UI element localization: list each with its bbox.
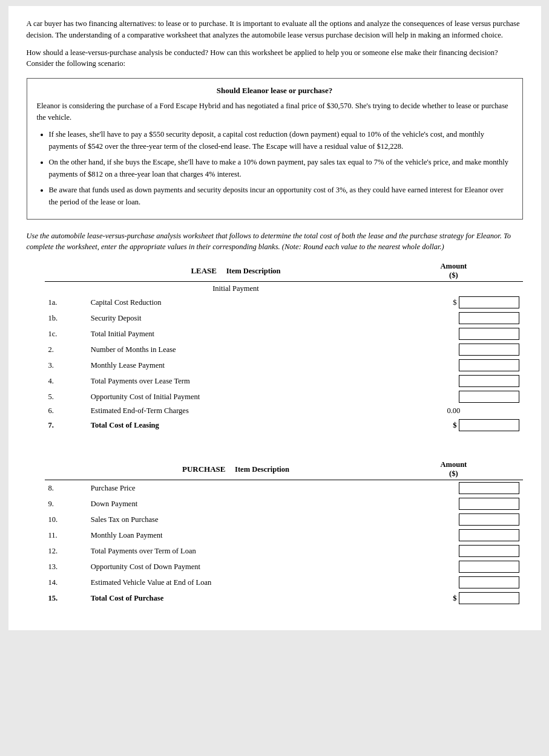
purchase-section: PURCHASE Item Description Amount ($) 8. … [45,458,523,606]
purchase-num-12: 12. [45,543,87,559]
lease-desc-1a: Capital Cost Reduction [87,295,385,310]
purchase-input-14[interactable] [459,576,519,588]
purchase-input-15[interactable] [459,592,519,604]
lease-num-5: 5. [45,389,87,405]
lease-row-4: 4. Total Payments over Lease Term [45,373,523,389]
purchase-num-11: 11. [45,527,87,543]
purchase-desc-15: Total Cost of Purchase [87,590,385,606]
lease-row-1a: 1a. Capital Cost Reduction $ [45,295,523,310]
lease-num-2: 2. [45,342,87,357]
lease-input-1c[interactable] [459,328,519,340]
lease-item-desc-label: Item Description [226,267,281,275]
lease-col-num-header [45,260,87,282]
lease-table: LEASE Item Description Amount ($) Initia [45,260,523,433]
instructions-text: Use the automobile lease-versus-purchase… [27,230,523,253]
purchase-input-8[interactable] [459,482,519,494]
lease-col-amount-header: Amount ($) [384,260,522,282]
lease-desc-6: Estimated End-of-Term Charges [87,405,385,417]
lease-amount-label: Amount [388,262,519,271]
page: A car buyer has two financing alternativ… [8,6,541,630]
lease-row-1b: 1b. Security Deposit [45,310,523,326]
bullet-3: Be aware that funds used as down payment… [49,184,513,208]
lease-num-4: 4. [45,373,87,389]
lease-amount-unit: ($) [388,271,519,280]
lease-desc-4: Total Payments over Lease Term [87,373,385,389]
lease-row-1c: 1c. Total Initial Payment [45,326,523,342]
purchase-row-9: 9. Down Payment [45,496,523,512]
purchase-row-15: 15. Total Cost of Purchase $ [45,590,523,606]
purchase-row-13: 13. Opportunity Cost of Down Payment [45,559,523,575]
purchase-input-10[interactable] [459,513,519,526]
purchase-desc-10: Sales Tax on Purchase [87,512,385,527]
purchase-item-desc-label: Item Description [235,465,289,474]
lease-num-3: 3. [45,357,87,373]
lease-input-4[interactable] [459,375,519,387]
dollar-7: $ [453,421,456,429]
purchase-section-label: PURCHASE [182,464,226,474]
purchase-desc-11: Monthly Loan Payment [87,527,385,543]
purchase-row-14: 14. Estimated Vehicle Value at End of Lo… [45,575,523,590]
lease-amount-7: $ [384,417,522,433]
dollar-15: $ [453,594,456,602]
lease-desc-2: Number of Months in Lease [87,342,385,357]
purchase-col-num-header [45,458,87,480]
bullet-2: On the other hand, if she buys the Escap… [49,156,513,180]
lease-section: LEASE Item Description Amount ($) Initia [45,260,523,433]
lease-desc-1b: Security Deposit [87,310,385,326]
lease-row-3: 3. Monthly Lease Payment [45,357,523,373]
lease-desc-7: Total Cost of Leasing [87,417,385,433]
scenario-box: Should Eleanor lease or purchase? Eleano… [27,78,523,220]
lease-row-7: 7. Total Cost of Leasing $ [45,417,523,433]
lease-row-2: 2. Number of Months in Lease [45,342,523,357]
lease-amount-2 [384,342,522,357]
purchase-amount-14 [384,575,522,590]
lease-row-6: 6. Estimated End-of-Term Charges 0.00 [45,405,523,417]
lease-num-1c: 1c. [45,326,87,342]
purchase-table-header: PURCHASE Item Description Amount ($) [45,458,523,480]
purchase-amount-label: Amount [388,460,519,469]
lease-input-1a[interactable] [459,296,519,308]
purchase-desc-12: Total Payments over Term of Loan [87,543,385,559]
scenario-title: Should Eleanor lease or purchase? [37,86,513,96]
lease-input-5[interactable] [459,391,519,403]
lease-amount-1a: $ [384,295,522,310]
dollar-1a: $ [453,298,456,307]
lease-amount-3 [384,357,522,373]
purchase-amount-13 [384,559,522,575]
lease-amount-1b [384,310,522,326]
lease-sub-amount [384,282,522,295]
purchase-row-12: 12. Total Payments over Term of Loan [45,543,523,559]
purchase-desc-9: Down Payment [87,496,385,512]
purchase-desc-8: Purchase Price [87,480,385,497]
lease-num-1a: 1a. [45,295,87,310]
purchase-input-13[interactable] [459,561,519,573]
purchase-table: PURCHASE Item Description Amount ($) 8. … [45,458,523,606]
purchase-desc-13: Opportunity Cost of Down Payment [87,559,385,575]
purchase-desc-14: Estimated Vehicle Value at End of Loan [87,575,385,590]
lease-num-6: 6. [45,405,87,417]
scenario-description: Eleanor is considering the purchase of a… [37,100,513,123]
purchase-num-8: 8. [45,480,87,497]
lease-amount-4 [384,373,522,389]
purchase-input-9[interactable] [459,498,519,510]
lease-sub-desc: Initial Payment [87,282,385,295]
purchase-input-11[interactable] [459,529,519,541]
purchase-input-12[interactable] [459,545,519,557]
lease-input-3[interactable] [459,359,519,371]
purchase-amount-12 [384,543,522,559]
lease-desc-1c: Total Initial Payment [87,326,385,342]
purchase-num-13: 13. [45,559,87,575]
bullet-1: If she leases, she'll have to pay a $550… [49,128,513,152]
lease-num-7: 7. [45,417,87,433]
purchase-amount-11 [384,527,522,543]
lease-section-label: LEASE [191,266,217,275]
purchase-amount-10 [384,512,522,527]
scenario-bullets: If she leases, she'll have to pay a $550… [49,128,513,208]
purchase-num-15: 15. [45,590,87,606]
intro-paragraph2: How should a lease-versus-purchase analy… [27,47,523,70]
lease-input-7[interactable] [459,419,519,431]
purchase-num-14: 14. [45,575,87,590]
lease-input-1b[interactable] [459,312,519,324]
lease-input-2[interactable] [459,344,519,356]
purchase-row-11: 11. Monthly Loan Payment [45,527,523,543]
